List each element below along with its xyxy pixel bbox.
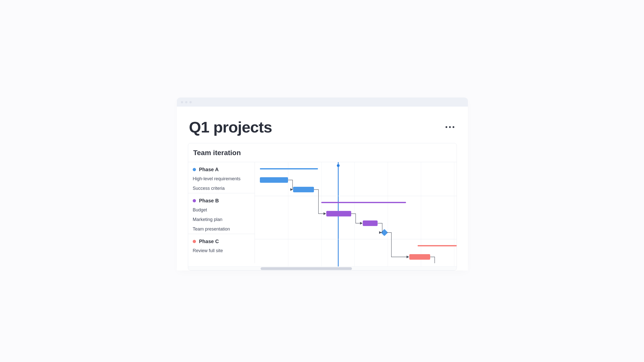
ellipsis-icon: [446, 126, 447, 128]
gantt-timeline[interactable]: [255, 162, 457, 266]
traffic-light-close-icon[interactable]: [181, 101, 183, 103]
phase-color-dot-icon: [193, 168, 196, 171]
phase-label: Phase A: [199, 167, 219, 172]
window-titlebar: [177, 98, 468, 107]
phase-header-b[interactable]: Phase B: [188, 193, 255, 205]
task-label[interactable]: Budget: [188, 205, 255, 215]
task-label[interactable]: Marketing plan: [188, 215, 255, 224]
phase-header-c[interactable]: Phase C: [188, 234, 255, 246]
page-header: Q1 projects: [177, 107, 468, 143]
phase-label: Phase C: [199, 239, 219, 244]
app-window: Q1 projects Team iteration Phase AHigh-l…: [177, 98, 468, 270]
gantt-card: Team iteration Phase AHigh-level require…: [188, 143, 457, 270]
traffic-light-minimize-icon[interactable]: [185, 101, 187, 103]
horizontal-scrollbar[interactable]: [188, 266, 457, 270]
card-title: Team iteration: [188, 143, 457, 162]
phase-label: Phase B: [199, 198, 219, 204]
phase-header-a[interactable]: Phase A: [188, 162, 255, 174]
svg-marker-3: [379, 232, 381, 234]
gantt-chart: Phase AHigh-level requirementsSuccess cr…: [188, 162, 457, 266]
page-title: Q1 projects: [189, 118, 272, 136]
svg-marker-4: [407, 256, 409, 258]
svg-marker-1: [324, 213, 326, 215]
task-label[interactable]: High-level requirements: [188, 174, 255, 184]
traffic-light-zoom-icon[interactable]: [189, 101, 192, 103]
dependency-connectors: [255, 162, 457, 263]
ellipsis-icon: [449, 126, 451, 128]
phase-color-dot-icon: [193, 199, 196, 202]
gantt-task-list: Phase AHigh-level requirementsSuccess cr…: [188, 162, 255, 263]
ellipsis-icon: [453, 126, 454, 128]
task-label[interactable]: Review full site: [188, 246, 255, 255]
task-label[interactable]: Success criteria: [188, 184, 255, 193]
svg-marker-0: [291, 189, 293, 191]
scrollbar-thumb[interactable]: [261, 267, 352, 270]
phase-color-dot-icon: [193, 240, 196, 243]
task-label[interactable]: Team presentation: [188, 224, 255, 234]
svg-marker-2: [360, 222, 362, 224]
more-options-button[interactable]: [446, 126, 456, 128]
